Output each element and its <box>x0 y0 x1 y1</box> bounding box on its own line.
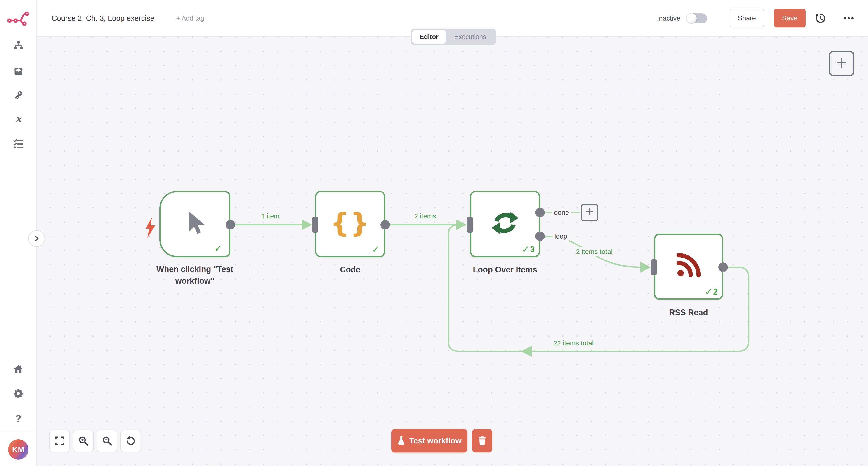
key-icon <box>13 90 24 100</box>
dot <box>851 17 854 20</box>
view-tabs: Editor Executions <box>411 29 496 45</box>
node-rss[interactable]: ✓2 <box>654 234 723 300</box>
sidebar-item-variables[interactable]: x <box>0 113 37 124</box>
zoom-in-button[interactable] <box>73 430 94 452</box>
node-trigger-label: When clicking "Test workflow" <box>147 263 242 287</box>
chevron-right-icon <box>33 235 40 242</box>
code-success-check: ✓ <box>372 245 380 254</box>
node-loop-label: Loop Over Items <box>473 264 537 275</box>
workflows-icon <box>13 40 24 51</box>
dot <box>844 17 846 20</box>
avatar[interactable]: KM <box>8 439 29 460</box>
toggle-knob <box>686 13 697 24</box>
add-tag-button[interactable]: + Add tag <box>176 0 204 37</box>
test-workflow-button[interactable]: Test workflow <box>391 429 467 453</box>
sidebar-item-credentials[interactable] <box>0 90 37 100</box>
loop-loop-output-port[interactable] <box>535 232 545 241</box>
node-code-label: Code <box>340 264 360 275</box>
sidebar-item-home[interactable] <box>0 364 37 374</box>
node-trigger[interactable]: ✓ <box>159 191 230 257</box>
save-button[interactable]: Save <box>774 9 806 27</box>
sidebar-expand-button[interactable] <box>28 230 45 247</box>
node-loop[interactable]: ✓3 <box>470 191 540 257</box>
home-icon <box>13 364 24 374</box>
workflow-status-label: Inactive <box>657 0 680 37</box>
add-node-after-done-button[interactable]: + <box>581 204 598 221</box>
templates-box-icon <box>13 66 24 76</box>
sidebar-item-templates[interactable] <box>0 66 37 76</box>
node-rss-label: RSS Read <box>669 307 708 319</box>
sidebar-item-workflows[interactable] <box>0 40 37 51</box>
zoom-out-button[interactable] <box>97 430 117 452</box>
code-icon: {} <box>330 207 370 238</box>
workflow-canvas[interactable] <box>37 37 868 466</box>
delete-workflow-button[interactable] <box>472 429 492 453</box>
connection-label-1-item: 1 item <box>259 212 282 221</box>
zoom-out-icon <box>102 436 112 446</box>
share-button[interactable]: Share <box>730 9 764 27</box>
loop-success-check: ✓3 <box>522 245 535 254</box>
workflow-history-button[interactable] <box>815 13 826 24</box>
add-node-button[interactable]: + <box>829 51 854 76</box>
loop-loop-output-label: loop <box>553 232 569 240</box>
more-options-button[interactable] <box>843 13 854 24</box>
history-icon <box>815 13 826 24</box>
zoom-to-fit-button[interactable] <box>49 430 70 452</box>
zoom-in-icon <box>79 436 88 446</box>
loop-input-port[interactable] <box>467 217 473 233</box>
reset-zoom-button[interactable] <box>121 430 141 452</box>
help-icon: ? <box>16 413 22 424</box>
sidebar-item-help[interactable]: ? <box>0 413 37 424</box>
code-input-port[interactable] <box>312 217 318 233</box>
active-toggle[interactable] <box>686 13 707 24</box>
trigger-success-check: ✓ <box>214 244 222 253</box>
connection-label-22-items-total: 22 items total <box>551 339 596 347</box>
trigger-lightning-icon <box>144 217 156 238</box>
code-output-port[interactable] <box>380 220 390 230</box>
flask-icon <box>397 436 405 445</box>
rss-success-check: ✓2 <box>705 287 718 297</box>
sidebar-item-settings[interactable] <box>0 388 37 399</box>
fit-view-icon <box>55 436 64 446</box>
n8n-logo[interactable] <box>7 11 29 26</box>
connection-label-2-items-total: 2 items total <box>574 247 615 256</box>
executions-checklist-icon <box>13 139 24 149</box>
sidebar-item-executions[interactable] <box>0 139 37 149</box>
loop-done-output-label: done <box>552 208 571 217</box>
rss-output-port[interactable] <box>718 263 728 272</box>
trigger-output-port[interactable] <box>225 220 235 230</box>
rss-icon <box>675 252 702 278</box>
dot <box>848 17 850 20</box>
cursor-icon <box>181 209 209 236</box>
rss-input-port[interactable] <box>651 259 657 275</box>
connection-label-2-items: 2 items <box>412 212 438 221</box>
tab-executions[interactable]: Executions <box>446 30 495 43</box>
tab-editor[interactable]: Editor <box>412 30 446 43</box>
variables-icon: x <box>15 113 21 124</box>
gear-icon <box>13 388 24 399</box>
sidebar-divider <box>0 432 36 432</box>
loop-done-output-port[interactable] <box>535 208 545 217</box>
loop-refresh-icon <box>490 208 520 238</box>
trash-icon <box>477 436 487 446</box>
reset-icon <box>126 436 136 446</box>
workflow-title[interactable]: Course 2, Ch. 3, Loop exercise <box>52 0 154 37</box>
node-code[interactable]: {} ✓ <box>315 191 385 257</box>
